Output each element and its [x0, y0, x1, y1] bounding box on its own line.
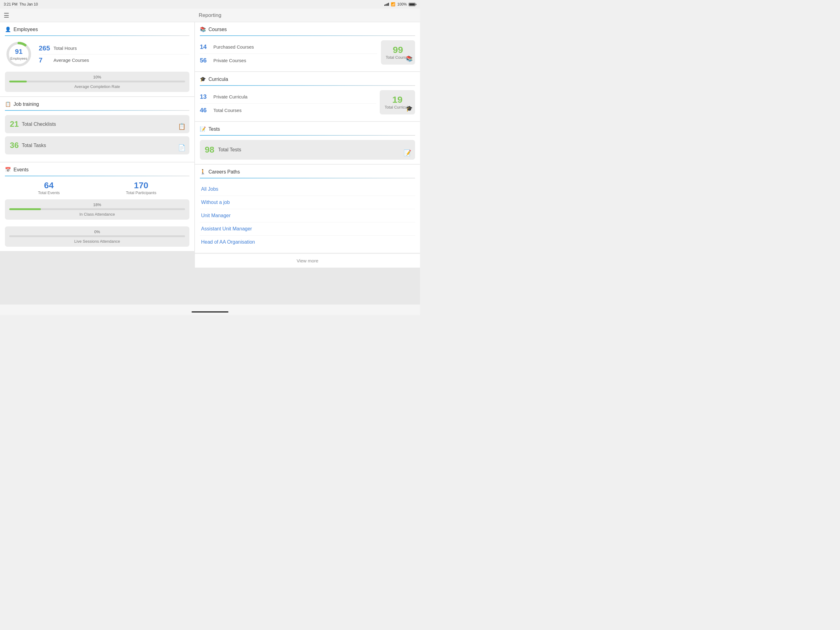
total-curricula-number: 19	[385, 95, 410, 105]
total-participants-number: 170	[126, 180, 156, 190]
checklist-icon: 📋	[178, 123, 186, 130]
view-more-button[interactable]: View more	[195, 253, 420, 268]
curricula-total-courses-label: Total Courses	[213, 108, 242, 113]
in-class-progress-bar	[9, 208, 185, 210]
page-title: Reporting	[199, 12, 221, 19]
curricula-badge-icon: 🎓	[406, 105, 413, 112]
signal-icon	[384, 3, 389, 6]
total-hours-label: Total Hours	[54, 46, 77, 51]
events-icon: 📅	[5, 167, 11, 173]
tests-title: Tests	[208, 127, 220, 132]
completion-progress-fill	[9, 81, 27, 82]
total-checklists-box: 21 Total Checklists 📋	[5, 115, 189, 133]
total-tests-number: 98	[205, 145, 214, 155]
events-counts: 64 Total Events 170 Total Participants	[5, 180, 189, 195]
career-link-all-jobs[interactable]: All Jobs	[200, 183, 415, 196]
stat-total-hours: 265 Total Hours	[39, 43, 189, 54]
tests-box-icon: 📝	[404, 149, 411, 157]
employees-divider	[5, 35, 189, 36]
courses-divider	[200, 35, 415, 36]
in-class-label: In Class Attendance	[9, 212, 185, 217]
stat-avg-courses: 7 Average Courses	[39, 54, 189, 66]
curricula-total-courses-row: 46 Total Courses	[200, 104, 376, 117]
donut-label: 91 Employees	[11, 47, 27, 60]
status-right: 📶 100%	[384, 2, 416, 6]
private-courses-label: Private Courses	[213, 58, 246, 63]
job-training-section: 📋 Job training 21 Total Checklists 📋 36 …	[0, 97, 194, 162]
courses-list: 14 Purchased Courses 56 Private Courses	[200, 40, 377, 67]
courses-title: Courses	[208, 27, 227, 32]
left-panel: 👤 Employees 91 Employees 2	[0, 22, 194, 304]
job-training-icon: 📋	[5, 101, 11, 107]
avg-courses-label: Average Courses	[54, 57, 89, 63]
curricula-divider	[200, 85, 415, 86]
total-events-stat: 64 Total Events	[38, 180, 60, 195]
in-class-percent: 18%	[9, 203, 185, 207]
live-sessions-label: Live Sessions Attendance	[9, 239, 185, 244]
in-class-progress-fill	[9, 208, 41, 210]
total-tests-label: Total Tests	[218, 147, 241, 153]
total-tasks-number: 36	[10, 141, 19, 150]
employees-sub-label: Employees	[11, 57, 27, 60]
employees-section: 👤 Employees 91 Employees 2	[0, 22, 194, 96]
status-time: 3:21 PM Thu Jan 10	[4, 2, 38, 6]
private-curricula-row: 13 Private Curricula	[200, 90, 376, 104]
bottom-bar	[0, 304, 420, 315]
battery-percent: 100%	[397, 2, 407, 6]
tests-divider	[200, 135, 415, 136]
live-sessions-attendance-box: 0% Live Sessions Attendance	[5, 226, 189, 247]
main-content: 👤 Employees 91 Employees 2	[0, 22, 420, 304]
curricula-total-courses-number: 46	[200, 107, 211, 114]
job-training-divider	[5, 110, 189, 111]
tests-section: 📝 Tests 98 Total Tests 📝	[195, 122, 420, 164]
total-tasks-label: Total Tasks	[22, 143, 46, 148]
job-training-title: Job training	[14, 101, 39, 107]
completion-percent: 10%	[9, 75, 185, 79]
right-panel: 📚 Courses 14 Purchased Courses 56 Privat…	[195, 22, 420, 304]
employees-header: 👤 Employees	[5, 27, 189, 32]
live-sessions-progress-bar	[9, 235, 185, 237]
total-hours-number: 265	[39, 44, 51, 52]
career-paths-divider	[200, 178, 415, 179]
completion-label: Average Completion Rate	[9, 84, 185, 89]
private-curricula-label: Private Curricula	[213, 94, 248, 99]
curricula-title: Curricula	[208, 77, 228, 82]
curricula-section: 🎓 Curricula 13 Private Curricula 46 Tota…	[195, 72, 420, 121]
events-section: 📅 Events 64 Total Events 170 Total Parti…	[0, 162, 194, 251]
career-link-unit-manager[interactable]: Unit Manager	[200, 209, 415, 222]
total-participants-label: Total Participants	[126, 190, 156, 195]
career-link-head-of-aa[interactable]: Head of AA Organisation	[200, 236, 415, 249]
menu-button[interactable]: ☰	[4, 12, 9, 19]
employees-title: Employees	[14, 27, 38, 32]
nav-bar: ☰ Reporting	[0, 9, 420, 22]
purchased-courses-label: Purchased Courses	[213, 44, 254, 49]
total-participants-stat: 170 Total Participants	[126, 180, 156, 195]
status-bar: 3:21 PM Thu Jan 10 📶 100%	[0, 0, 420, 9]
avg-courses-number: 7	[39, 56, 51, 64]
purchased-courses-row: 14 Purchased Courses	[200, 40, 377, 54]
total-events-label: Total Events	[38, 190, 60, 195]
wifi-icon: 📶	[391, 2, 395, 6]
courses-header: 📚 Courses	[200, 27, 415, 32]
curricula-body: 13 Private Curricula 46 Total Courses 19…	[200, 90, 415, 117]
home-indicator	[191, 311, 229, 313]
employees-count: 91	[11, 47, 27, 56]
live-sessions-percent: 0%	[9, 230, 185, 234]
courses-badge-icon: 📚	[406, 55, 413, 62]
events-divider	[5, 176, 189, 176]
purchased-courses-number: 14	[200, 43, 211, 51]
in-class-attendance-box: 18% In Class Attendance	[5, 199, 189, 220]
career-paths-header: 🚶 Careers Paths	[200, 169, 415, 175]
career-link-without-job[interactable]: Without a job	[200, 196, 415, 209]
total-tasks-box: 36 Total Tasks 📄	[5, 136, 189, 154]
total-curricula-badge: 19 Total Curricula 🎓	[380, 90, 415, 114]
total-events-number: 64	[38, 180, 60, 190]
battery-icon	[409, 3, 416, 6]
career-link-assistant-unit-manager[interactable]: Assistant Unit Manager	[200, 222, 415, 236]
courses-section: 📚 Courses 14 Purchased Courses 56 Privat…	[195, 22, 420, 71]
employees-icon: 👤	[5, 27, 11, 32]
courses-body: 14 Purchased Courses 56 Private Courses …	[200, 40, 415, 67]
curricula-icon: 🎓	[200, 76, 206, 82]
tests-icon: 📝	[200, 126, 206, 132]
courses-icon: 📚	[200, 27, 206, 32]
